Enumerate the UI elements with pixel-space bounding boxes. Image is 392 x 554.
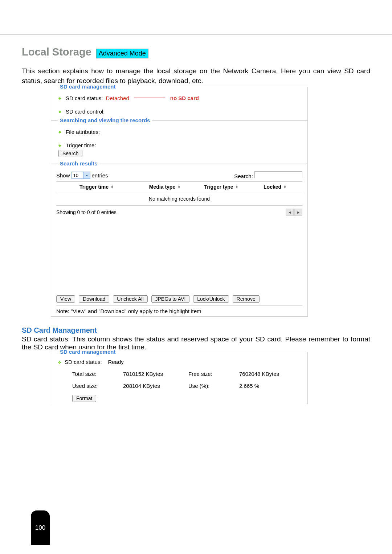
used-size-value: 208104 KBytes xyxy=(123,383,188,389)
panel-searching-records: Searching and viewing the records ◆ File… xyxy=(51,121,308,164)
search-input[interactable] xyxy=(254,171,302,178)
format-cell: Format xyxy=(72,395,123,402)
actions-note: Note: "View" and "Download" only apply t… xyxy=(56,306,302,314)
total-size-label: Total size: xyxy=(72,371,123,377)
lock-unlock-button[interactable]: Lock/Unlock xyxy=(193,295,229,303)
entries-dropdown[interactable]: 10 ▾ xyxy=(72,172,90,179)
results-footer: Showing 0 to 0 of 0 entries ◂ ▸ xyxy=(56,206,302,221)
top-margin xyxy=(0,0,392,35)
mode-badge: Advanced Mode xyxy=(96,49,148,58)
sd-status-value: Detached xyxy=(106,95,129,101)
download-button[interactable]: Download xyxy=(79,295,109,303)
bullet-icon: ◆ xyxy=(58,110,61,114)
sd-stats-grid: Total size: 7810152 KBytes Free size: 76… xyxy=(72,371,301,402)
panel-legend: SD card management xyxy=(58,83,118,90)
search-box-wrap: Search: xyxy=(234,171,302,179)
sd-status-row: ◆ SD card status: Detached no SD card xyxy=(58,95,302,101)
view-button[interactable]: View xyxy=(56,295,75,303)
results-body-empty xyxy=(56,221,302,294)
document-page: Local Storage Advanced Mode This section… xyxy=(0,0,392,554)
panel-legend: Searching and viewing the records xyxy=(58,117,152,123)
free-size-value: 7602048 KBytes xyxy=(239,371,294,377)
column-media-type[interactable]: Media type ▲▼ xyxy=(137,182,193,192)
column-trigger-type[interactable]: Trigger type ▲▼ xyxy=(193,182,250,192)
sd-status-value: Ready xyxy=(108,359,123,365)
panel-search-results: Search results Show 10 ▾ entries Search: xyxy=(51,164,308,317)
sd-status-label: SD card status: xyxy=(65,359,102,365)
sd-para-label: SD card status xyxy=(22,335,68,343)
jpegs-to-avi-button[interactable]: JPEGs to AVI xyxy=(151,295,190,303)
used-size-label: Used size: xyxy=(72,383,123,389)
use-pct-label: Use (%): xyxy=(188,383,239,389)
page-number-badge: 100 xyxy=(31,510,50,545)
file-attributes-row: ◆ File attributes: xyxy=(58,129,302,135)
action-buttons-row: View Download Uncheck All JPEGs to AVI L… xyxy=(56,294,302,304)
page-number: 100 xyxy=(35,524,45,532)
search-button[interactable]: Search xyxy=(58,150,82,157)
panel-legend: Search results xyxy=(58,160,99,167)
results-table-header: Trigger time ▲▼ Media type ▲▼ Trigger ty… xyxy=(56,181,302,192)
column-trigger-time[interactable]: Trigger time ▲▼ xyxy=(56,182,137,192)
column-label: Media type xyxy=(149,184,175,190)
trigger-time-label: Trigger time: xyxy=(66,142,96,148)
total-size-value: 7810152 KBytes xyxy=(123,371,188,377)
column-label: Trigger type xyxy=(204,184,233,190)
chevron-down-icon: ▾ xyxy=(83,172,90,178)
sort-icon: ▲▼ xyxy=(236,185,238,189)
sd-status-row: ❖ SD card status: Ready xyxy=(58,359,301,365)
showing-text: Showing 0 to 0 of 0 entries xyxy=(56,209,117,215)
subsection-heading: SD Card Management xyxy=(22,326,370,335)
format-button[interactable]: Format xyxy=(72,395,96,402)
bullet-icon: ◆ xyxy=(58,96,61,100)
ui-screenshot-2: SD card management ❖ SD card status: Rea… xyxy=(51,352,308,404)
sd-control-label: SD card control: xyxy=(66,108,105,115)
page-prev-button[interactable]: ◂ xyxy=(286,209,294,216)
intro-paragraph: This section explains how to manage the … xyxy=(22,66,370,86)
trigger-time-row: ◆ Trigger time: xyxy=(58,142,302,148)
annotation-text: no SD card xyxy=(170,95,199,101)
annotation-line xyxy=(134,98,165,98)
column-label: Trigger time xyxy=(79,184,109,190)
show-entries-control: Show 10 ▾ entries xyxy=(56,172,108,179)
section-heading: Local Storage Advanced Mode xyxy=(22,46,370,58)
search-label: Search: xyxy=(234,173,253,179)
sd-control-row: ◆ SD card control: xyxy=(58,108,302,115)
entries-label: entries xyxy=(92,172,108,178)
remove-button[interactable]: Remove xyxy=(233,295,260,303)
sd-status-label: SD card status: xyxy=(66,95,103,101)
page-content: Local Storage Advanced Mode This section… xyxy=(0,35,392,404)
file-attributes-label: File attributes: xyxy=(66,129,100,135)
no-results-message: No matching records found xyxy=(56,192,302,206)
column-locked[interactable]: Locked ▲▼ xyxy=(250,182,300,192)
panel-sd-card-management-ready: SD card management ❖ SD card status: Rea… xyxy=(51,352,308,404)
column-label: Locked xyxy=(264,184,281,190)
bullet-icon: ◆ xyxy=(58,130,61,134)
bullet-icon: ❖ xyxy=(58,360,62,365)
entries-value: 10 xyxy=(72,173,83,178)
use-pct-value: 2.665 % xyxy=(239,383,294,389)
free-size-label: Free size: xyxy=(188,371,239,377)
ui-screenshot-1: SD card management ◆ SD card status: Det… xyxy=(51,87,308,317)
page-title: Local Storage xyxy=(22,46,91,58)
uncheck-all-button[interactable]: Uncheck All xyxy=(113,295,147,303)
sort-icon: ▲▼ xyxy=(111,185,114,189)
bullet-icon: ◆ xyxy=(58,143,61,147)
results-controls: Show 10 ▾ entries Search: xyxy=(56,171,302,179)
show-label: Show xyxy=(56,172,70,178)
pagination: ◂ ▸ xyxy=(286,209,302,216)
panel-legend: SD card management xyxy=(58,349,118,355)
page-next-button[interactable]: ▸ xyxy=(294,209,302,216)
sort-icon: ▲▼ xyxy=(177,185,180,189)
sort-icon: ▲▼ xyxy=(283,185,286,189)
panel-sd-card-management: SD card management ◆ SD card status: Det… xyxy=(51,87,308,121)
